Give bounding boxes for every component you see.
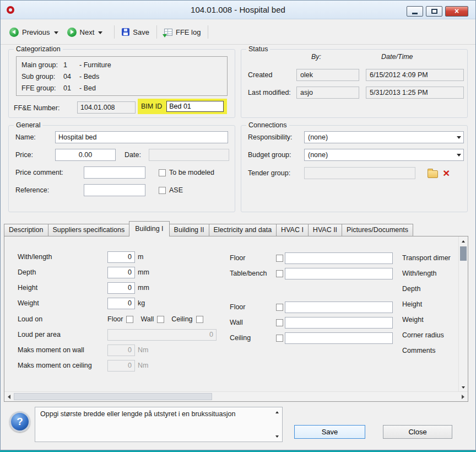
height-unit: mm [138, 284, 149, 292]
maks-moment-wall-unit: Nm [138, 346, 148, 354]
surface-ceiling-input[interactable] [285, 332, 393, 344]
created-datetime-field: 6/15/2012 4:09 PM [366, 69, 464, 81]
height-input[interactable] [107, 282, 135, 294]
sub-group-label: Sub group: [21, 73, 63, 80]
depth-unit: mm [138, 268, 149, 276]
loud-floor-option: Floor [107, 315, 133, 323]
ase-checkbox[interactable] [159, 187, 166, 194]
loud-wall-option: Wall [140, 315, 164, 323]
ffe-number-label: FF&E Number: [14, 104, 60, 112]
tender-group-label: Tender group: [248, 169, 304, 177]
next-dropdown[interactable] [96, 26, 104, 38]
vertical-scrollbar[interactable] [458, 236, 468, 392]
loud-floor-checkbox[interactable] [126, 316, 133, 323]
surface-wall-checkbox[interactable] [276, 319, 283, 326]
scroll-down-icon[interactable] [459, 383, 468, 392]
floor-mount-input[interactable] [285, 252, 393, 264]
price-comment-label: Price comment: [15, 169, 84, 176]
save-button[interactable]: Save [294, 425, 365, 439]
table-bench-input[interactable] [285, 268, 393, 279]
bim-id-input[interactable] [166, 101, 224, 112]
close-button[interactable]: × [445, 6, 468, 17]
vertical-scroll-thumb[interactable] [460, 246, 467, 261]
with-length-input[interactable] [107, 251, 135, 263]
surface-wall-label: Wall [230, 319, 276, 326]
responsibility-select[interactable]: (none) [304, 131, 464, 143]
surface-ceiling-checkbox[interactable] [276, 335, 283, 342]
close-dialog-button[interactable]: Close [383, 425, 452, 439]
tab-pictures-documents[interactable]: Pictures/Documents [342, 224, 413, 236]
scroll-up-icon[interactable] [459, 236, 468, 246]
chevron-down-icon [98, 31, 102, 34]
depth-input[interactable] [107, 267, 135, 278]
loud-ceiling-checkbox[interactable] [196, 316, 203, 323]
save-icon [122, 28, 129, 36]
tab-suppliers-specifications[interactable]: Suppliers specifications [48, 224, 130, 236]
budget-group-select[interactable]: (none) [304, 149, 464, 161]
name-input[interactable] [55, 131, 228, 143]
titlebar[interactable]: 104.01.008 - Hospital bed × [1, 1, 475, 19]
save-toolbar-button[interactable]: Save [120, 26, 152, 39]
height-label: Height [18, 284, 107, 292]
surface-wall-input[interactable] [285, 317, 393, 329]
sub-group-name: - Beds [79, 73, 99, 80]
floor-mount-row: Floor [230, 252, 393, 264]
category-list: Main group: 1 - Furniture Sub group: 04 … [16, 56, 228, 96]
window-title: 104.01.008 - Hospital bed [1, 1, 475, 19]
reference-label: Reference: [15, 186, 84, 194]
save-toolbar-label: Save [133, 28, 149, 36]
table-bench-checkbox[interactable] [276, 270, 283, 277]
datetime-header: Date/Time [381, 53, 413, 61]
maximize-button[interactable] [426, 6, 442, 17]
tab-hvac-1[interactable]: HVAC I [276, 224, 309, 236]
surface-wall-row: Wall [230, 316, 393, 329]
date-input [149, 149, 229, 161]
reference-row: Reference: ASE [15, 184, 183, 196]
tab-hvac-2[interactable]: HVAC II [308, 224, 342, 236]
scroll-right-icon[interactable] [458, 392, 468, 401]
help-icon[interactable]: ? [9, 411, 30, 432]
budget-group-row: Budget group: (none) [248, 149, 464, 161]
general-group: General Name: Price: Date: Price comment… [8, 125, 235, 212]
horizontal-scrollbar[interactable] [4, 391, 468, 401]
responsibility-row: Responsibility: (none) [248, 131, 464, 143]
tab-description[interactable]: Description [4, 224, 48, 236]
tab-electricity-and-data[interactable]: Electricity and data [209, 224, 277, 236]
help-scroll-down-icon[interactable] [274, 433, 280, 440]
next-button[interactable]: Next [65, 25, 97, 39]
dialog-window: 104.01.008 - Hospital bed × Previous Nex… [0, 0, 476, 450]
previous-label: Previous [22, 28, 50, 36]
delete-icon[interactable]: × [443, 168, 450, 178]
loud-wall-checkbox[interactable] [157, 316, 164, 323]
help-text-box: Oppgi største bredde eller lengde på uts… [35, 407, 283, 442]
ffe-group-code: 01 [63, 84, 79, 92]
horizontal-scroll-thumb[interactable] [14, 393, 212, 400]
chevron-down-icon [454, 132, 463, 143]
surface-floor-checkbox[interactable] [276, 304, 283, 311]
with-length-row: With/length m [18, 251, 143, 263]
browse-folder-icon[interactable] [428, 170, 438, 178]
floor-mount-checkbox[interactable] [276, 255, 283, 262]
price-input[interactable] [55, 149, 116, 161]
tab-building-1[interactable]: Building I [129, 221, 169, 236]
help-scroll-up-icon[interactable] [274, 409, 280, 416]
price-comment-row: Price comment: To be modeled [15, 166, 214, 179]
scroll-left-icon[interactable] [4, 392, 14, 401]
maks-moment-wall-input [107, 345, 135, 356]
to-be-modeled-checkbox[interactable] [159, 169, 166, 176]
previous-dropdown[interactable] [52, 26, 60, 38]
right-with-length-label: With/length [402, 270, 458, 277]
name-label: Name: [15, 133, 55, 141]
question-mark-glyph: ? [17, 416, 23, 428]
previous-button[interactable]: Previous [7, 25, 52, 39]
main-group-code: 1 [63, 61, 79, 69]
maks-moment-ceiling-unit: Nm [138, 362, 148, 369]
reference-input[interactable] [84, 184, 145, 196]
ffe-log-button[interactable]: FFE log [162, 26, 203, 39]
minimize-button[interactable] [407, 6, 423, 17]
surface-floor-input[interactable] [285, 302, 393, 313]
price-comment-input[interactable] [84, 166, 145, 179]
weight-input[interactable] [107, 298, 135, 309]
toolbar-separator [156, 25, 157, 39]
tab-building-2[interactable]: Building II [169, 224, 209, 236]
